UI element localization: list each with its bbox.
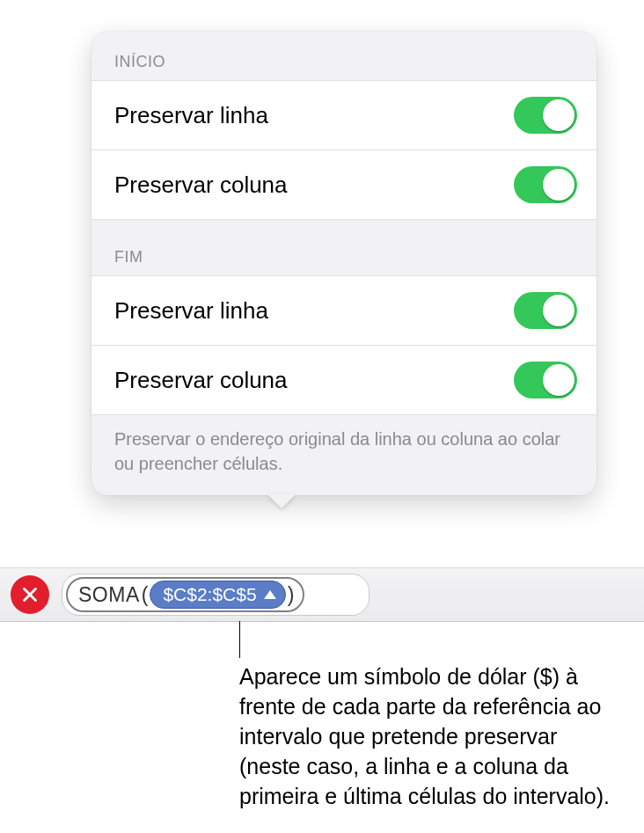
triangle-up-icon xyxy=(264,590,276,599)
preserve-end-col: Preservar coluna xyxy=(91,345,596,415)
section-header-end: FIM xyxy=(91,220,596,275)
preserve-end-row: Preservar linha xyxy=(91,275,596,345)
open-paren: ( xyxy=(140,583,150,607)
toggle-knob xyxy=(543,364,574,396)
preserve-start-col-label: Preservar coluna xyxy=(114,172,288,199)
section-header-start: INÍCIO xyxy=(91,32,596,80)
cancel-button[interactable] xyxy=(11,575,49,614)
range-reference-chip[interactable]: $C$2:$C$5 xyxy=(150,581,285,609)
preserve-start-row: Preservar linha xyxy=(91,80,596,150)
preserve-end-row-label: Preservar linha xyxy=(114,297,268,325)
popover-hint-text: Preservar o endereço original da linha o… xyxy=(91,415,596,476)
preserve-end-col-label: Preservar coluna xyxy=(114,367,288,394)
range-reference-text: $C$2:$C$5 xyxy=(163,584,256,605)
preserve-end-row-toggle[interactable] xyxy=(514,292,577,329)
preserve-start-row-toggle[interactable] xyxy=(514,97,577,134)
function-chip[interactable]: SOMA ( $C$2:$C$5 ) xyxy=(66,577,304,612)
preserve-end-col-toggle[interactable] xyxy=(514,362,577,398)
start-group: Preservar linha Preservar coluna xyxy=(91,80,596,220)
preserve-start-col: Preservar coluna xyxy=(91,150,596,220)
close-icon xyxy=(20,585,40,604)
preserve-start-row-label: Preservar linha xyxy=(114,102,268,129)
toggle-knob xyxy=(543,295,574,326)
preserve-reference-popover: INÍCIO Preservar linha Preservar coluna … xyxy=(91,32,596,495)
toggle-knob xyxy=(543,169,574,201)
toggle-knob xyxy=(543,99,574,131)
formula-bar: SOMA ( $C$2:$C$5 ) xyxy=(0,567,644,622)
close-paren: ) xyxy=(286,583,296,607)
preserve-start-col-toggle[interactable] xyxy=(514,166,577,203)
formula-input[interactable]: SOMA ( $C$2:$C$5 ) xyxy=(62,574,370,616)
function-name: SOMA xyxy=(78,583,140,607)
callout-line xyxy=(239,621,240,658)
end-group: Preservar linha Preservar coluna xyxy=(91,275,596,415)
callout-text: Aparece um símbolo de dólar ($) à frente… xyxy=(239,661,618,811)
